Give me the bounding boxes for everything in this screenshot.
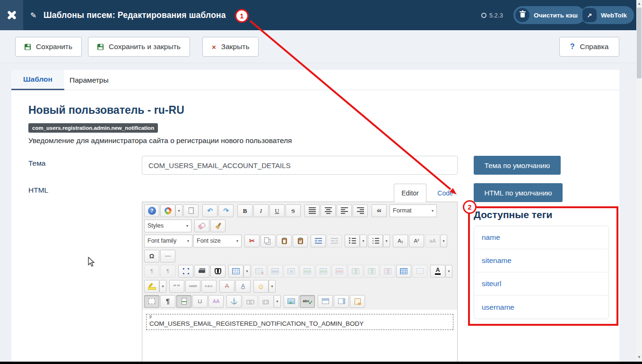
insert-image-button[interactable] — [284, 295, 299, 308]
delete-table-button[interactable] — [252, 265, 267, 278]
superscript-button[interactable]: A² — [409, 235, 424, 247]
joomla-plugin-button[interactable] — [160, 204, 175, 217]
clean-style-button[interactable] — [210, 220, 226, 232]
table-row-properties-button[interactable] — [268, 265, 283, 278]
new-document-button[interactable] — [183, 204, 199, 217]
text-color-button[interactable]: A — [430, 265, 445, 278]
non-breaking-space-button[interactable]: ⊔ — [192, 295, 208, 308]
editor-selected-block[interactable]: P COM_USERS_EMAIL_REGISTERED_NOTIFICATIO… — [146, 314, 453, 330]
italic-button[interactable]: I — [253, 204, 269, 217]
insert-row-before-button[interactable] — [300, 265, 315, 278]
unlink-button[interactable] — [243, 295, 258, 308]
joomla-plugin-dropdown-button[interactable]: ▾ — [175, 204, 182, 217]
blockquote-button[interactable]: “ — [372, 204, 387, 217]
special-character-button[interactable]: Ω — [144, 250, 159, 262]
insert-column-before-button[interactable] — [348, 265, 363, 278]
insert-link-button[interactable] — [259, 295, 274, 308]
insert-link-dropdown-button[interactable]: ▾ — [274, 295, 281, 308]
paragraph-ltr-button[interactable]: ¶ — [144, 265, 159, 278]
strikethrough-button[interactable]: S — [286, 204, 301, 217]
visual-blocks-button[interactable] — [144, 295, 159, 308]
case-change-dropdown-button[interactable]: ▾ — [440, 235, 447, 247]
insert-panel-button[interactable] — [318, 295, 333, 308]
insert-row-after-button[interactable] — [316, 265, 331, 278]
abbreviation-button[interactable]: ABBR — [185, 280, 200, 293]
clear-cache-button[interactable]: Очистить кэш — [513, 6, 585, 24]
case-change-button[interactable]: aA — [425, 235, 440, 247]
editor-content-area[interactable]: P COM_USERS_EMAIL_REGISTERED_NOTIFICATIO… — [142, 310, 457, 364]
bold-button[interactable]: B — [237, 204, 252, 217]
joomla-logo[interactable] — [0, 0, 23, 30]
font-size-select[interactable]: Font size▾ — [193, 235, 242, 247]
tab-editor[interactable]: Editor — [394, 184, 426, 202]
anchor-button[interactable]: ⚓ — [226, 295, 242, 308]
close-button[interactable]: × Закрыть — [202, 37, 259, 57]
insert-template-button[interactable] — [350, 295, 365, 308]
paragraph-rtl-button[interactable]: ¶ — [160, 265, 175, 278]
delete-column-button[interactable] — [380, 265, 395, 278]
copy-button[interactable] — [260, 235, 276, 247]
subscript-button[interactable]: A₂ — [393, 235, 408, 247]
window-scrollbar[interactable]: ▲ ▼ — [636, 0, 642, 364]
text-color-dropdown-button[interactable]: ▾ — [445, 265, 452, 278]
align-left-button[interactable] — [337, 204, 352, 217]
help-button[interactable]: ? — [144, 204, 159, 217]
spellcheck-button[interactable]: abc — [300, 295, 315, 308]
subject-default-button[interactable]: Тема по умолчанию — [474, 156, 561, 175]
page-break-button[interactable] — [176, 295, 191, 308]
font-family-select[interactable]: Font family▾ — [144, 235, 192, 247]
save-and-close-button[interactable]: Сохранить и закрыть — [88, 37, 190, 57]
underline-button[interactable]: U — [269, 204, 285, 217]
fullscreen-button[interactable] — [178, 265, 193, 278]
subject-input[interactable] — [142, 156, 458, 175]
styles-select[interactable]: Styles▾ — [144, 220, 191, 232]
outdent-button[interactable] — [327, 235, 342, 247]
horizontal-rule-button[interactable]: — — [160, 250, 175, 262]
deleted-text-button[interactable]: A — [219, 280, 234, 293]
numbered-list-button[interactable] — [345, 235, 360, 247]
scroll-up-icon[interactable]: ▲ — [636, 1, 642, 7]
insert-layer-button[interactable] — [334, 295, 349, 308]
table-properties-button[interactable] — [396, 265, 411, 278]
bullet-list-button[interactable] — [368, 235, 383, 247]
delete-row-button[interactable] — [332, 265, 347, 278]
webtolk-button[interactable]: ↗ WebTolk — [581, 6, 634, 24]
scrollbar-thumb[interactable] — [637, 8, 642, 78]
redo-button[interactable]: ↷ — [218, 204, 234, 217]
print-button[interactable] — [194, 265, 209, 278]
tab-parameters[interactable]: Параметры — [58, 70, 121, 90]
cut-button[interactable]: ✂ — [244, 235, 260, 247]
align-right-button[interactable] — [353, 204, 368, 217]
insert-column-after-button[interactable] — [364, 265, 379, 278]
tab-code[interactable]: Code — [434, 184, 457, 202]
inserted-text-button[interactable]: A — [235, 280, 251, 293]
remove-format-button[interactable] — [194, 220, 209, 232]
insert-table-button[interactable] — [228, 265, 243, 278]
table-cell-properties-button[interactable] — [284, 265, 299, 278]
undo-button[interactable]: ↶ — [202, 204, 217, 217]
bullet-list-dropdown-button[interactable]: ▾ — [383, 235, 390, 247]
quotation-button[interactable]: “” — [169, 280, 184, 293]
scroll-down-icon[interactable]: ▼ — [636, 355, 642, 360]
format-select[interactable]: Format▾ — [390, 204, 437, 217]
paste-button[interactable] — [277, 235, 292, 247]
find-replace-button[interactable] — [210, 265, 226, 278]
highlight-color-dropdown-button[interactable]: ▾ — [159, 280, 166, 293]
emoticons-dropdown-button[interactable]: ▾ — [269, 280, 276, 293]
help-button[interactable]: ? Справка — [559, 37, 619, 57]
align-justify-button[interactable] — [304, 204, 320, 217]
paste-as-text-button[interactable] — [293, 235, 308, 247]
indent-button[interactable] — [311, 235, 326, 247]
align-center-button[interactable] — [321, 204, 336, 217]
numbered-list-dropdown-button[interactable]: ▾ — [360, 235, 367, 247]
merge-cells-button[interactable] — [412, 265, 427, 278]
acronym-button[interactable]: A.B.C. — [201, 280, 217, 293]
html-default-button[interactable]: HTML по умолчанию — [474, 183, 563, 202]
show-invisible-characters-button[interactable]: ¶ — [160, 295, 175, 308]
emoticons-button[interactable]: ☺ — [253, 280, 269, 293]
visual-fonts-button[interactable]: AA — [208, 295, 224, 308]
tab-template[interactable]: Шаблон — [11, 70, 64, 90]
insert-table-dropdown-button[interactable]: ▾ — [243, 265, 251, 278]
highlight-color-button[interactable] — [144, 280, 159, 293]
save-button[interactable]: Сохранить — [15, 37, 82, 57]
